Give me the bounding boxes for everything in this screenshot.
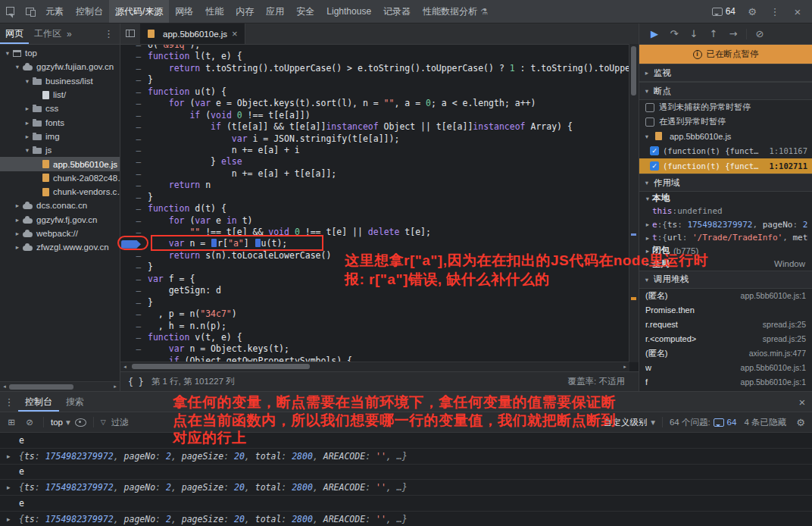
code-line[interactable]: – "" !== t[e] && void 0 !== t[e] || dele… (120, 227, 639, 238)
scrollbar-thumb[interactable] (631, 46, 636, 95)
code-line[interactable]: – , h = n.n(p); (120, 321, 639, 332)
tab-page[interactable]: 网页 (0, 23, 29, 44)
gutter[interactable]: – (120, 355, 148, 362)
clear-console-icon[interactable] (23, 417, 36, 427)
code-line[interactable]: –} (120, 261, 639, 273)
expander-icon[interactable]: ▸ (13, 202, 22, 209)
console-message[interactable]: {ts: 1754982379972, pageNo: 2, pageSize:… (0, 449, 812, 465)
step-out-icon[interactable]: ↑ (704, 28, 723, 39)
expand-icon[interactable] (7, 452, 14, 460)
tree-item[interactable]: ▸ggzyfw.fj.gov.cn (0, 213, 120, 227)
gutter[interactable]: – (120, 274, 148, 285)
file-tab[interactable]: app.5bb6010e.js (140, 23, 245, 44)
gutter[interactable]: – (120, 203, 148, 214)
expander-icon[interactable]: ▾ (23, 146, 32, 154)
paused-breakpoint-marker[interactable] (121, 240, 141, 249)
code-line[interactable]: – for (var e = Object.keys(t).sort(l), n… (120, 98, 639, 109)
expander-icon[interactable]: ▾ (13, 63, 22, 70)
scope-group[interactable]: ▸全局Window (639, 257, 812, 270)
code-line[interactable]: – getSign: d (120, 285, 639, 296)
callstack-frame[interactable]: (匿名)app.5bb6010e.js:1 (639, 289, 812, 303)
checkbox-icon[interactable] (645, 103, 654, 112)
code-line[interactable]: – var i = JSON.stringify(t[e[a]]); (120, 133, 639, 145)
device-toolbar-icon[interactable] (20, 6, 39, 17)
more-options-icon[interactable] (765, 6, 785, 17)
expand-icon[interactable] (7, 515, 14, 523)
main-tab[interactable]: Lighthouse (320, 0, 377, 23)
close-tab-icon[interactable] (232, 28, 238, 39)
console-sidebar-icon[interactable] (5, 417, 18, 427)
inspect-element-icon[interactable] (0, 6, 20, 17)
code-line[interactable]: – var n = Object.keys(t); (120, 343, 639, 355)
context-selector[interactable]: top (51, 418, 70, 427)
gutter[interactable]: – (120, 297, 148, 308)
close-drawer-icon[interactable] (792, 396, 812, 409)
code-line[interactable]: var n = r["a"] u(t); (120, 238, 639, 249)
code-area[interactable]: –o("&91q");–function l(t, e) {– return t… (120, 45, 639, 362)
breakpoint-entry[interactable]: (function(t) {funct…1:102711 (639, 158, 812, 174)
scrollbar-thumb[interactable] (132, 364, 310, 369)
console-message[interactable]: e (0, 496, 812, 512)
code-line[interactable]: – } else (120, 156, 639, 168)
checkbox-icon[interactable] (645, 117, 654, 127)
breakpoint-entry[interactable]: (function(t) {funct…1:101167 (639, 143, 812, 158)
scope-group[interactable]: ▾本地 (639, 192, 812, 205)
live-expression-icon[interactable] (75, 418, 86, 427)
tab-workspace[interactable]: 工作区 (29, 23, 67, 44)
code-line[interactable]: –function u(t) { (120, 86, 639, 98)
issues-indicator[interactable]: 64 个问题: 64 (670, 417, 736, 428)
expander-icon[interactable]: ▸ (643, 260, 652, 268)
console-message[interactable]: {ts: 1754982379972, pageNo: 2, pageSize:… (0, 480, 812, 496)
gutter[interactable]: – (120, 133, 148, 145)
tree-item[interactable]: chunk-vendors.c… (0, 185, 120, 199)
callstack-frame[interactable]: (匿名)axios.min.js:477 (639, 346, 812, 361)
tree-item[interactable]: ▾business/list (0, 74, 120, 88)
main-tab[interactable]: 网络 (169, 0, 199, 23)
code-line[interactable]: – return n (120, 180, 639, 191)
code-line[interactable]: –var f = { (120, 274, 639, 285)
code-line[interactable]: – n += e[a] + t[e[a]]; (120, 168, 639, 180)
scope-variable[interactable]: ▸e: {ts: 1754982379972, pageNo: 2, (639, 218, 812, 231)
pretty-print-icon[interactable]: { } (128, 377, 144, 387)
code-line[interactable]: – if (void 0 !== t[e[a]]) (120, 110, 639, 121)
breakpoint-file-group[interactable]: app.5bb6010e.js (639, 129, 812, 143)
navigator-menu-icon[interactable] (98, 28, 120, 39)
code-line[interactable]: – , p = n("34c7") (120, 308, 639, 320)
expander-icon[interactable]: ▸ (23, 119, 32, 127)
expander-icon[interactable]: ▾ (23, 77, 32, 85)
expander-icon[interactable]: ▸ (23, 133, 32, 140)
tree-item[interactable]: ▾js (0, 143, 120, 157)
main-tab[interactable]: 应用 (260, 0, 290, 23)
toggle-navigator-icon[interactable] (120, 28, 140, 39)
tab-overflow-icon[interactable] (67, 29, 72, 39)
gutter[interactable]: – (120, 332, 148, 343)
gutter[interactable]: – (120, 321, 148, 332)
gutter[interactable]: – (120, 215, 148, 227)
code-line[interactable]: – if (Object.getOwnPropertySymbols) { (120, 355, 639, 362)
code-line[interactable]: – if (t[e[a]] && t[e[a]]instanceof Objec… (120, 121, 639, 133)
expander-icon[interactable]: ▾ (643, 195, 652, 202)
code-line[interactable]: – for (var e in t) (120, 215, 639, 227)
drawer-menu-icon[interactable] (0, 396, 18, 408)
scroll-left-icon[interactable]: ◂ (0, 384, 9, 390)
console-message[interactable]: e (0, 433, 812, 449)
tree-item[interactable]: ▸img (0, 130, 120, 143)
breakpoint-option[interactable]: 遇到未捕获的异常时暂停 (639, 100, 812, 114)
tree-item[interactable]: ▾ggzyfw.fujian.gov.cn (0, 60, 120, 74)
log-levels-selector[interactable]: 自定义级别 (604, 417, 655, 428)
code-line[interactable]: –} (120, 74, 639, 86)
expander-icon[interactable]: ▸ (13, 243, 22, 251)
gutter[interactable]: – (120, 145, 148, 156)
tree-item[interactable]: ▸css (0, 102, 120, 115)
tree-item[interactable]: ▸zfwzgl.www.gov.cn (0, 240, 120, 254)
checkbox-icon[interactable] (650, 146, 659, 155)
tab-search[interactable]: 搜索 (59, 392, 91, 412)
console-messages-indicator[interactable]: 64 (708, 6, 739, 17)
gutter[interactable] (120, 240, 148, 249)
gutter[interactable]: – (120, 63, 148, 74)
deactivate-breakpoints-icon[interactable]: ⊘ (751, 28, 769, 39)
gutter[interactable]: – (120, 180, 148, 191)
code-line[interactable]: – return t.toString().toUpperCase() > e.… (120, 63, 639, 74)
main-tab[interactable]: 性能 (199, 0, 230, 23)
gutter[interactable]: – (120, 86, 148, 98)
